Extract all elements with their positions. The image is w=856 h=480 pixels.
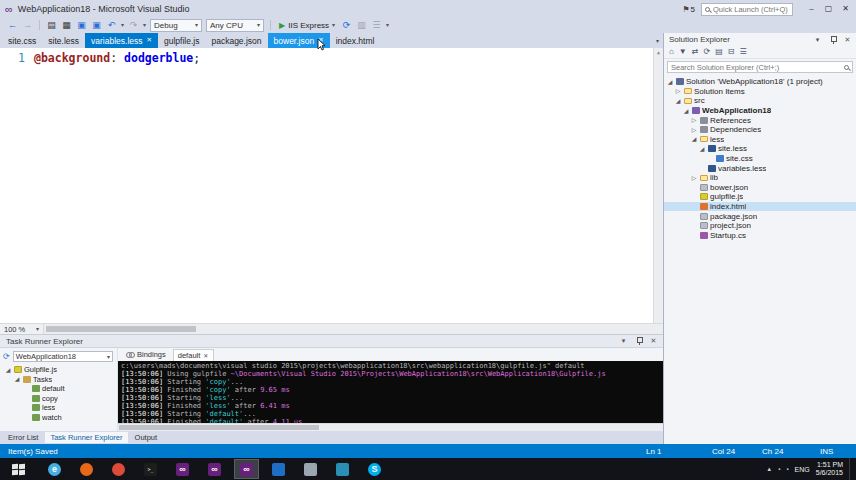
tree-item-solution-webapplication18-1-project[interactable]: ◢Solution 'WebApplication18' (1 project) <box>664 77 856 87</box>
tree-item-site-css[interactable]: site.css <box>664 154 856 164</box>
collapsed-arrow-icon[interactable]: ▷ <box>690 127 698 133</box>
refresh-icon[interactable]: ⟳ <box>341 21 352 30</box>
maximize-button[interactable]: ▢ <box>820 0 837 18</box>
tab-close-icon[interactable]: ✕ <box>147 37 152 44</box>
taskbar-app-internet-explorer[interactable]: e <box>42 459 67 479</box>
solution-search-input[interactable]: Search Solution Explorer (Ctrl+;) <box>667 61 853 73</box>
tab-list-dropdown-icon[interactable]: ▾ <box>652 37 663 44</box>
tab-variables-less[interactable]: variables.less✕ <box>85 33 158 48</box>
window-position-icon[interactable]: ▾ <box>618 337 629 345</box>
tree-item-solution-items[interactable]: ▷Solution Items <box>664 87 856 97</box>
build-icon[interactable]: ▥ <box>356 21 367 30</box>
collapsed-arrow-icon[interactable]: ▷ <box>690 175 698 181</box>
taskbar-app-chrome[interactable] <box>106 459 131 479</box>
project-selector-dropdown[interactable]: WebApplication18▾ <box>13 351 113 362</box>
taskbar-app-app-light[interactable] <box>298 459 323 479</box>
expanded-arrow-icon[interactable]: ◢ <box>698 146 706 152</box>
tab-close-icon[interactable]: ✕ <box>318 37 323 44</box>
scrollbar-thumb[interactable] <box>119 425 319 430</box>
minimize-button[interactable]: – <box>803 0 820 18</box>
expanded-arrow-icon[interactable]: ◢ <box>4 367 12 373</box>
task-runner-header[interactable]: Task Runner Explorer ▾ ✕ <box>0 334 663 347</box>
collapsed-arrow-icon[interactable]: ▷ <box>674 88 682 94</box>
open-file-icon[interactable]: ▦ <box>61 21 72 30</box>
tree-item-tasks[interactable]: ◢Tasks <box>3 375 117 385</box>
bottom-tab-task-runner-explorer[interactable]: Task Runner Explorer <box>45 432 127 443</box>
close-button[interactable]: ✕ <box>837 0 854 18</box>
taskbar-app-command-prompt[interactable]: >_ <box>138 459 163 479</box>
bottom-tab-error-list[interactable]: Error List <box>3 432 43 443</box>
window-position-icon[interactable]: ▾ <box>812 36 823 44</box>
save-all-icon[interactable]: ▣ <box>91 21 102 30</box>
console-output[interactable]: c:\users\mads\documents\visual studio 20… <box>118 361 663 423</box>
show-desktop-button[interactable] <box>849 458 853 480</box>
clock[interactable]: 1:51 PM5/6/2015 <box>816 461 843 477</box>
save-icon[interactable]: ▣ <box>76 21 87 30</box>
language-indicator[interactable]: ENG <box>795 466 810 473</box>
tree-item-default[interactable]: default <box>3 384 117 394</box>
toolbar-overflow-icon[interactable]: ▾ <box>386 22 389 28</box>
tab-bower-json[interactable]: bower.json✕ <box>268 33 330 48</box>
scroll-up-icon[interactable]: ▲ <box>654 48 663 55</box>
tab-index-html[interactable]: index.html <box>330 33 381 48</box>
refresh-icon[interactable]: ⟳ <box>703 48 710 56</box>
tray-expand-icon[interactable]: ▲ <box>766 466 772 472</box>
editor-vertical-scrollbar[interactable]: ▲ <box>653 48 663 323</box>
title-bar[interactable]: ∞ WebApplication18 - Microsoft Visual St… <box>0 0 856 18</box>
redo-icon[interactable]: ↷ <box>128 21 139 30</box>
tree-item-lib[interactable]: ▷lib <box>664 173 856 183</box>
taskbar-app-app-blue-1[interactable] <box>266 459 291 479</box>
tree-item-site-less[interactable]: ◢site.less <box>664 144 856 154</box>
taskbar-app-visual-studio-3[interactable]: ∞ <box>234 459 259 479</box>
refresh-icon[interactable]: ⟳ <box>3 352 10 361</box>
solution-platforms-dropdown[interactable]: Any CPU▾ <box>206 19 264 32</box>
network-icon[interactable]: ▪ <box>778 466 780 472</box>
volume-icon[interactable]: ▪ <box>786 466 788 472</box>
close-panel-icon[interactable]: ✕ <box>842 36 853 44</box>
tab-gulpfile-js[interactable]: gulpfile.js <box>158 33 205 48</box>
zoom-control[interactable]: 100 %▾ <box>0 324 44 334</box>
collapse-all-icon[interactable]: ⊟ <box>728 48 735 56</box>
solution-configurations-dropdown[interactable]: Debug▾ <box>150 19 202 32</box>
expanded-arrow-icon[interactable]: ◢ <box>682 108 690 114</box>
solution-explorer-header[interactable]: Solution Explorer ▾ ✕ <box>664 33 856 46</box>
pending-changes-filter-icon[interactable]: ▼ <box>679 48 687 56</box>
tree-item-references[interactable]: ▷References <box>664 115 856 125</box>
tree-item-startup-cs[interactable]: Startup.cs <box>664 231 856 241</box>
tree-item-copy[interactable]: copy <box>3 394 117 404</box>
sync-icon[interactable]: ⇄ <box>692 48 699 56</box>
tree-item-webapplication18[interactable]: ◢WebApplication18 <box>664 106 856 116</box>
code-editor[interactable]: 1 @background: dodgerblue; ▲ <box>0 48 663 323</box>
tree-item-index-html[interactable]: index.html <box>664 202 856 212</box>
task-tab-bindings[interactable]: Bindings <box>121 348 172 361</box>
redo-dropdown-icon[interactable]: ▾ <box>143 22 146 28</box>
expanded-arrow-icon[interactable]: ◢ <box>666 79 674 85</box>
tree-item-dependencies[interactable]: ▷Dependencies <box>664 125 856 135</box>
taskbar-app-firefox[interactable] <box>74 459 99 479</box>
console-horizontal-scrollbar[interactable] <box>118 423 663 431</box>
pin-icon[interactable] <box>633 336 644 346</box>
tab-site-css[interactable]: site.css <box>2 33 42 48</box>
tree-item-less[interactable]: ◢less <box>664 135 856 145</box>
taskbar-app-visual-studio-1[interactable]: ∞ <box>170 459 195 479</box>
tab-site-less[interactable]: site.less <box>42 33 85 48</box>
undo-dropdown-icon[interactable]: ▾ <box>121 22 124 28</box>
navigate-back-icon[interactable]: ← <box>7 21 18 30</box>
tree-item-watch[interactable]: watch <box>3 413 117 423</box>
tree-item-project-json[interactable]: project.json <box>664 221 856 231</box>
home-icon[interactable]: ⌂ <box>669 48 674 56</box>
expanded-arrow-icon[interactable]: ◢ <box>13 376 21 382</box>
pin-icon[interactable] <box>827 35 838 45</box>
expanded-arrow-icon[interactable]: ◢ <box>674 98 682 104</box>
taskbar-app-visual-studio-2[interactable]: ∞ <box>202 459 227 479</box>
collapsed-arrow-icon[interactable]: ▷ <box>690 117 698 123</box>
scrollbar-thumb[interactable] <box>46 326 196 332</box>
show-all-files-icon[interactable]: ▤ <box>715 48 723 56</box>
task-tab-default[interactable]: default✕ <box>173 349 215 361</box>
taskbar-app-skype[interactable]: S <box>362 459 387 479</box>
properties-icon[interactable]: ☰ <box>739 48 746 56</box>
tree-item-less[interactable]: less <box>3 403 117 413</box>
new-file-icon[interactable]: ▤ <box>46 21 57 30</box>
taskbar-app-app-blue-2[interactable] <box>330 459 355 479</box>
start-button[interactable] <box>0 458 36 480</box>
